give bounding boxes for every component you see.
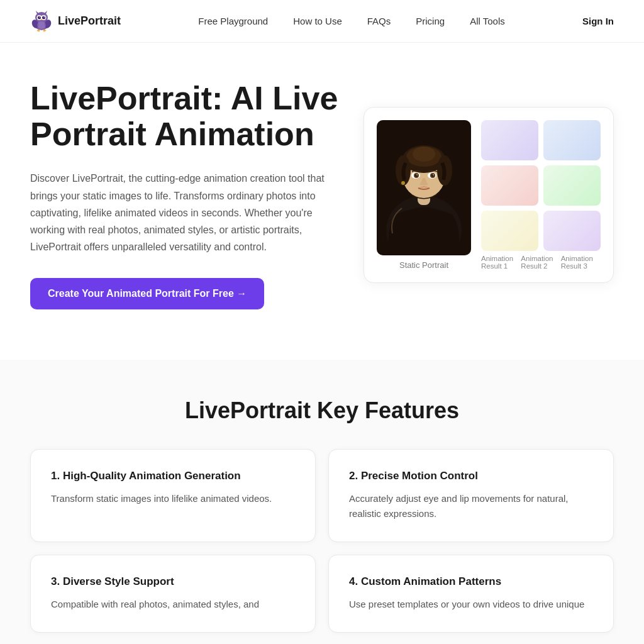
animation-results-grid bbox=[481, 120, 601, 251]
anim-cell-1 bbox=[481, 120, 538, 160]
nav-free-playground[interactable]: Free Playground bbox=[198, 16, 268, 26]
svg-point-13 bbox=[37, 21, 46, 29]
header: LivePortrait Free Playground How to Use … bbox=[0, 0, 644, 43]
logo-icon bbox=[30, 10, 53, 33]
features-section: LivePortrait Key Features 1. High-Qualit… bbox=[0, 360, 644, 644]
svg-point-29 bbox=[416, 174, 418, 175]
nav-how-to-use[interactable]: How to Use bbox=[293, 16, 342, 26]
svg-point-9 bbox=[43, 16, 45, 18]
svg-point-6 bbox=[38, 16, 41, 19]
anim-cell-3 bbox=[481, 165, 538, 206]
hero-left: LivePortrait: AI Live Portrait Animation… bbox=[30, 80, 338, 309]
nav-faqs[interactable]: FAQs bbox=[367, 16, 391, 26]
sign-in-button[interactable]: Sign In bbox=[582, 16, 614, 26]
animation-results-col: Animation Result 1 Animation Result 2 An… bbox=[481, 120, 601, 270]
static-portrait-col: Static Portrait bbox=[377, 120, 471, 270]
anim-cell-5 bbox=[481, 211, 538, 251]
anim-cell-4 bbox=[543, 165, 601, 206]
features-title: LivePortrait Key Features bbox=[30, 397, 614, 424]
svg-point-22 bbox=[413, 147, 435, 162]
feature-2-desc: Accurately adjust eye and lip movements … bbox=[349, 491, 593, 521]
anim-cell-6 bbox=[543, 211, 601, 251]
svg-marker-3 bbox=[45, 11, 47, 14]
anim-label-1: Animation Result 1 bbox=[481, 255, 521, 270]
portrait-card-inner: Static Portrait Animation Result 1 An bbox=[377, 120, 601, 270]
hero-section: LivePortrait: AI Live Portrait Animation… bbox=[0, 43, 644, 360]
feature-2-title: 2. Precise Motion Control bbox=[349, 470, 593, 482]
feature-1-desc: Transform static images into lifelike an… bbox=[51, 491, 295, 506]
feature-1-title: 1. High-Quality Animation Generation bbox=[51, 470, 295, 482]
nav-all-tools[interactable]: All Tools bbox=[470, 16, 505, 26]
portrait-demo-card: Static Portrait Animation Result 1 An bbox=[364, 107, 614, 283]
static-portrait-label: Static Portrait bbox=[399, 260, 448, 270]
anim-bottom-labels: Animation Result 1 Animation Result 2 An… bbox=[481, 255, 601, 270]
hero-right: Static Portrait Animation Result 1 An bbox=[364, 107, 614, 283]
feature-4-desc: Use preset templates or your own videos … bbox=[349, 597, 593, 612]
svg-point-31 bbox=[401, 181, 405, 185]
feature-card-3: 3. Diverse Style Support Compatible with… bbox=[30, 555, 316, 633]
feature-3-desc: Compatible with real photos, animated st… bbox=[51, 597, 295, 612]
anim-label-2: Animation Result 2 bbox=[521, 255, 560, 270]
feature-card-1: 1. High-Quality Animation Generation Tra… bbox=[30, 449, 316, 542]
anim-label-3: Animation Result 3 bbox=[561, 255, 601, 270]
svg-point-30 bbox=[433, 174, 434, 175]
feature-4-title: 4. Custom Animation Patterns bbox=[349, 575, 593, 588]
hero-title: LivePortrait: AI Live Portrait Animation bbox=[30, 80, 338, 152]
anim-cell-2 bbox=[543, 120, 601, 160]
brand-name: LivePortrait bbox=[58, 14, 121, 28]
svg-point-8 bbox=[39, 16, 40, 18]
feature-card-4: 4. Custom Animation Patterns Use preset … bbox=[328, 555, 614, 633]
feature-card-2: 2. Precise Motion Control Accurately adj… bbox=[328, 449, 614, 542]
main-nav: Free Playground How to Use FAQs Pricing … bbox=[198, 16, 504, 26]
static-portrait-image bbox=[377, 120, 471, 255]
svg-point-7 bbox=[42, 16, 45, 19]
hero-description: Discover LivePortrait, the cutting-edge … bbox=[30, 170, 338, 255]
svg-marker-2 bbox=[36, 11, 38, 14]
cta-button[interactable]: Create Your Animated Portrait For Free → bbox=[30, 278, 264, 309]
feature-3-title: 3. Diverse Style Support bbox=[51, 575, 295, 588]
logo-area[interactable]: LivePortrait bbox=[30, 10, 121, 33]
features-grid: 1. High-Quality Animation Generation Tra… bbox=[30, 449, 614, 633]
nav-pricing[interactable]: Pricing bbox=[416, 16, 445, 26]
